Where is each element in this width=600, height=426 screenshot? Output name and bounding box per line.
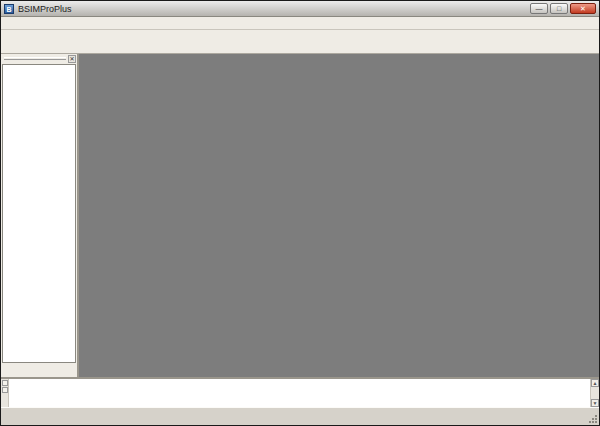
scroll-down-icon[interactable]: ▼ xyxy=(591,399,599,407)
sidebar-dock-header[interactable]: ✕ xyxy=(1,54,77,63)
sidebar-tabs xyxy=(1,364,77,377)
toolbar xyxy=(1,30,599,54)
window-title: BSIMProPlus xyxy=(18,4,528,14)
menu-bar xyxy=(1,17,599,30)
status-bar xyxy=(1,407,599,425)
log-output[interactable] xyxy=(9,379,590,407)
title-bar[interactable]: B BSIMProPlus — □ ✕ xyxy=(1,1,599,17)
scroll-up-icon[interactable]: ▲ xyxy=(591,379,599,387)
log-strip-button-2[interactable] xyxy=(2,387,8,393)
maximize-icon[interactable]: □ xyxy=(550,3,568,14)
main-area: ✕ xyxy=(1,54,599,377)
log-strip-button-1[interactable] xyxy=(2,380,8,386)
log-dock-strip xyxy=(1,379,9,407)
app-window: B BSIMProPlus — □ ✕ ✕ ▲ ▼ xyxy=(0,0,600,426)
mdi-area xyxy=(79,54,599,377)
model-tree xyxy=(2,64,76,363)
app-icon: B xyxy=(4,4,14,14)
close-icon[interactable]: ✕ xyxy=(570,3,596,14)
log-panel: ▲ ▼ xyxy=(1,377,599,407)
dock-grip[interactable] xyxy=(4,57,66,60)
dock-close-icon[interactable]: ✕ xyxy=(68,55,76,63)
model-tree-sidebar: ✕ xyxy=(1,54,79,377)
log-scrollbar[interactable]: ▲ ▼ xyxy=(590,379,599,407)
minimize-icon[interactable]: — xyxy=(530,3,548,14)
resize-grip[interactable] xyxy=(588,414,597,423)
